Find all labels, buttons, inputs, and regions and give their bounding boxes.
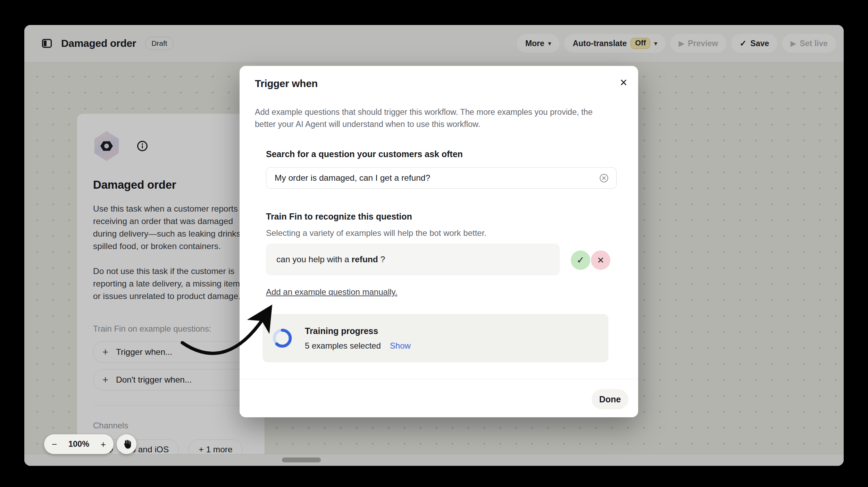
training-progress-ring bbox=[272, 328, 292, 348]
train-section-heading: Train Fin to recognize this question bbox=[266, 212, 412, 222]
trigger-when-modal: Trigger when × Add example questions tha… bbox=[240, 66, 638, 417]
zoom-out-button[interactable]: − bbox=[52, 440, 57, 449]
reject-example-button[interactable]: × bbox=[591, 250, 610, 270]
zoom-controls: − 100% + bbox=[44, 434, 114, 454]
modal-description: Add example questions that should trigge… bbox=[255, 106, 599, 130]
examples-selected-count: 5 examples selected bbox=[305, 341, 381, 351]
training-progress-card: Training progress 5 examples selected Sh… bbox=[263, 314, 608, 362]
show-examples-link[interactable]: Show bbox=[390, 341, 411, 351]
check-icon: ✓ bbox=[577, 255, 585, 266]
modal-title: Trigger when bbox=[255, 78, 318, 89]
divider bbox=[240, 379, 638, 379]
example-suggestion: can you help with a refund ? bbox=[266, 244, 560, 275]
question-search-input[interactable]: My order is damaged, can I get a refund? bbox=[266, 167, 617, 189]
close-icon: × bbox=[597, 254, 604, 267]
clear-input-icon[interactable] bbox=[599, 173, 609, 183]
add-example-manually-link[interactable]: Add an example question manually. bbox=[266, 287, 397, 297]
app-window: Damaged order Draft More ▾ Auto-translat… bbox=[24, 25, 844, 466]
training-progress-title: Training progress bbox=[305, 326, 411, 336]
close-icon[interactable]: × bbox=[615, 74, 633, 92]
suggestion-keyword: refund bbox=[352, 255, 378, 264]
pan-tool-button[interactable] bbox=[117, 434, 136, 454]
accept-example-button[interactable]: ✓ bbox=[571, 250, 590, 270]
search-input-value: My order is damaged, can I get a refund? bbox=[275, 173, 599, 183]
hand-icon bbox=[121, 439, 132, 450]
zoom-level: 100% bbox=[68, 439, 89, 449]
train-section-subtext: Selecting a variety of examples will hel… bbox=[266, 228, 486, 238]
zoom-in-button[interactable]: + bbox=[101, 440, 106, 449]
search-section-heading: Search for a question your customers ask… bbox=[266, 149, 463, 159]
done-button[interactable]: Done bbox=[592, 389, 628, 409]
